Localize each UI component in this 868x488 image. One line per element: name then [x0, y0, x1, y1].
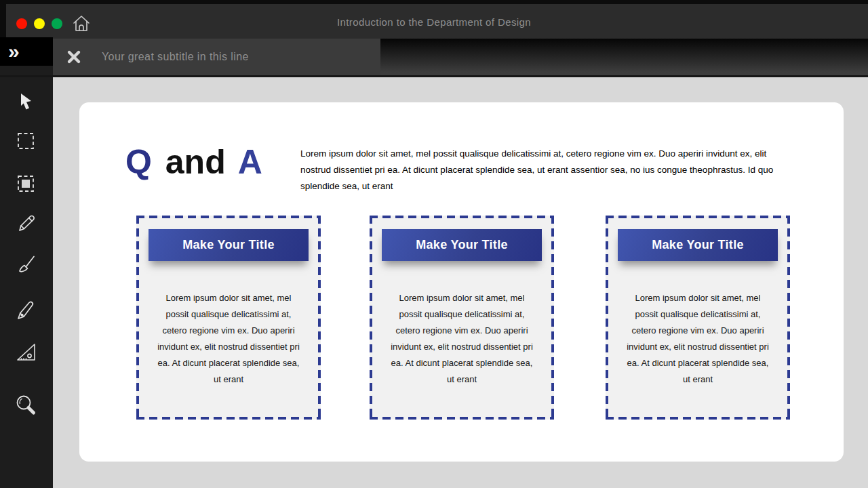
pencil-tool-button[interactable]: [12, 208, 39, 235]
pen-tool-button[interactable]: [12, 296, 39, 323]
sidebar-header: »: [0, 39, 53, 75]
double-chevron-icon: »: [8, 42, 17, 61]
collapse-sidebar-button[interactable]: »: [0, 37, 53, 66]
main-area: Q and A Lorem ipsum dolor sit amet, mel …: [0, 77, 868, 488]
card-3-body[interactable]: Lorem ipsum dolor sit amet, mel possit q…: [624, 290, 772, 388]
cursor-tool-button[interactable]: [12, 88, 39, 115]
cursor-icon: [15, 91, 37, 113]
home-button[interactable]: [70, 12, 93, 35]
window-title: Introduction to the Department of Design: [337, 16, 531, 27]
card-1[interactable]: Make Your Title Lorem ipsum dolor sit am…: [136, 216, 321, 420]
card-3[interactable]: Make Your Title Lorem ipsum dolor sit am…: [606, 216, 790, 420]
window-controls: [16, 18, 62, 29]
close-window-button[interactable]: [16, 18, 27, 29]
intro-text[interactable]: Lorem ipsum dolor sit amet, mel possit q…: [300, 146, 797, 195]
brush-tool-button[interactable]: [12, 249, 39, 277]
tab-row-background: [380, 39, 868, 75]
marquee-fill-tool-button[interactable]: [12, 170, 39, 197]
ruler-icon: [14, 340, 37, 363]
tool-sidebar: [0, 77, 53, 488]
marquee-filled-icon: [15, 173, 37, 195]
brush-icon: [14, 251, 37, 274]
zoom-tool-button[interactable]: [12, 391, 39, 418]
title-bar: Introduction to the Department of Design: [0, 0, 868, 39]
pencil-icon: [14, 210, 37, 233]
card-2-title-bar[interactable]: Make Your Title: [382, 229, 542, 261]
slide-heading[interactable]: Q and A: [125, 144, 262, 181]
maximize-window-button[interactable]: [52, 18, 62, 29]
ruler-tool-button[interactable]: [12, 338, 39, 365]
pen-icon: [14, 298, 37, 321]
minimize-window-button[interactable]: [34, 18, 45, 29]
card-3-title-bar[interactable]: Make Your Title: [618, 229, 778, 261]
marquee-tool-button[interactable]: [12, 127, 39, 155]
tab-row: » Your great subtitle in this line: [0, 39, 868, 77]
slide-canvas: Q and A Lorem ipsum dolor sit amet, mel …: [79, 102, 844, 462]
card-2-body[interactable]: Lorem ipsum dolor sit amet, mel possit q…: [388, 290, 536, 388]
workspace: Q and A Lorem ipsum dolor sit amet, mel …: [53, 77, 868, 488]
subtitle-tab[interactable]: Your great subtitle in this line: [53, 39, 380, 75]
marquee-icon: [15, 130, 37, 152]
heading-part-a: A: [238, 143, 262, 181]
home-icon: [71, 13, 92, 35]
tab-subtitle: Your great subtitle in this line: [102, 51, 249, 63]
card-1-title-bar[interactable]: Make Your Title: [149, 229, 309, 261]
app-window: Introduction to the Department of Design…: [0, 0, 868, 488]
heading-part-and: and: [165, 143, 226, 181]
close-tab-button[interactable]: [64, 47, 84, 67]
card-2[interactable]: Make Your Title Lorem ipsum dolor sit am…: [370, 216, 554, 420]
card-1-body[interactable]: Lorem ipsum dolor sit amet, mel possit q…: [155, 290, 302, 388]
close-icon: [65, 48, 83, 66]
heading-part-q: Q: [125, 143, 152, 181]
magnifier-icon: [14, 392, 38, 417]
